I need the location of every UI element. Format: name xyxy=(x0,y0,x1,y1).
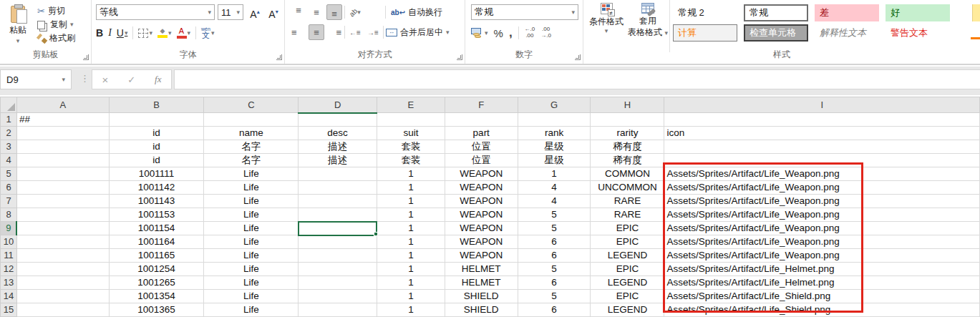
align-middle-button[interactable]: ≡ xyxy=(309,4,324,20)
cell-F12[interactable]: HELMET xyxy=(445,263,518,276)
cell-B6[interactable]: 1001142 xyxy=(109,181,204,195)
cell-F13[interactable]: HELMET xyxy=(445,276,518,290)
cell-F4[interactable]: 位置 xyxy=(445,154,518,167)
cell-E4[interactable]: 套装 xyxy=(377,154,445,167)
cell-G6[interactable]: 4 xyxy=(518,181,591,195)
decrease-font-size-button[interactable]: A▾ xyxy=(265,4,282,20)
cell-B12[interactable]: 1001254 xyxy=(109,263,204,276)
underline-button[interactable]: U ▾ xyxy=(117,27,128,39)
cell-B7[interactable]: 1001143 xyxy=(109,195,204,208)
font-color-button[interactable]: A ▾ xyxy=(177,27,191,39)
cell-F1[interactable] xyxy=(445,113,518,127)
cell-G12[interactable]: 5 xyxy=(518,263,591,276)
cell-C13[interactable]: Life xyxy=(204,276,299,290)
cell-I1[interactable] xyxy=(664,113,980,127)
cell-F14[interactable]: SHIELD xyxy=(445,290,518,303)
comma-style-button[interactable]: , xyxy=(509,26,513,40)
column-header-F[interactable]: F xyxy=(445,97,518,113)
cell-B3[interactable]: id xyxy=(109,140,204,154)
row-header-15[interactable]: 15 xyxy=(1,303,17,317)
cell-F10[interactable]: WEAPON xyxy=(445,235,518,249)
cell-D5[interactable] xyxy=(299,167,377,181)
cell-G5[interactable]: 1 xyxy=(518,167,591,181)
cell-B11[interactable]: 1001165 xyxy=(109,249,204,263)
row-header-5[interactable]: 5 xyxy=(1,167,17,181)
cell-E14[interactable]: 1 xyxy=(377,290,445,303)
cell-E7[interactable]: 1 xyxy=(377,195,445,208)
cell-H10[interactable]: EPIC xyxy=(591,235,664,249)
cell-G10[interactable]: 6 xyxy=(518,235,591,249)
cell-C1[interactable] xyxy=(204,113,299,127)
cell-G3[interactable]: 星级 xyxy=(518,140,591,154)
cancel-button[interactable]: × xyxy=(102,74,108,86)
cell-B8[interactable]: 1001153 xyxy=(109,208,204,222)
cell-H7[interactable]: RARE xyxy=(591,195,664,208)
cell-I3[interactable] xyxy=(664,140,980,154)
cell-I14[interactable]: Assets/Sprites/Artifact/Life_Shield.png xyxy=(664,290,980,303)
cell-C6[interactable]: Life xyxy=(204,181,299,195)
cell-H12[interactable]: EPIC xyxy=(591,263,664,276)
name-box[interactable]: D9 ▾ xyxy=(0,69,72,89)
cell-F15[interactable]: SHIELD xyxy=(445,303,518,317)
phonetic-guide-button[interactable]: wén 文 ▾ xyxy=(201,26,214,39)
number-dialog-launcher-icon[interactable] xyxy=(575,54,581,60)
cell-A10[interactable] xyxy=(16,235,109,249)
cell-I7[interactable]: Assets/Sprites/Artifact/Life_Weapon.png xyxy=(664,195,980,208)
cell-E3[interactable]: 套装 xyxy=(377,140,445,154)
style-chip-7[interactable]: 警告文本 xyxy=(886,24,950,42)
cell-B9[interactable]: 1001154 xyxy=(109,222,204,235)
wrap-text-button[interactable]: ab↩ 自动换行 xyxy=(391,6,442,19)
align-bottom-button[interactable]: ≡ xyxy=(326,4,342,20)
cell-F11[interactable]: WEAPON xyxy=(445,249,518,263)
row-header-7[interactable]: 7 xyxy=(1,195,17,208)
cell-D4[interactable]: 描述 xyxy=(299,154,377,167)
cell-B1[interactable] xyxy=(109,113,204,127)
clipboard-dialog-launcher-icon[interactable] xyxy=(83,54,89,60)
cell-C12[interactable]: Life xyxy=(204,263,299,276)
select-all-corner[interactable] xyxy=(1,97,17,113)
number-format-combobox[interactable]: 常规 ▾ xyxy=(471,4,578,20)
column-header-B[interactable]: B xyxy=(109,97,204,113)
cell-D11[interactable] xyxy=(299,249,377,263)
cell-I6[interactable]: Assets/Sprites/Artifact/Life_Weapon.png xyxy=(664,181,980,195)
cell-B13[interactable]: 1001265 xyxy=(109,276,204,290)
cell-I15[interactable]: Assets/Sprites/Artifact/Life_Shield.png xyxy=(664,303,980,317)
copy-button[interactable]: 复制 ▾ xyxy=(36,18,89,31)
format-as-table-button[interactable]: 套用 表格格式 ▾ xyxy=(628,3,668,38)
row-header-8[interactable]: 8 xyxy=(1,208,17,222)
cell-F8[interactable]: WEAPON xyxy=(445,208,518,222)
increase-font-size-button[interactable]: A▴ xyxy=(246,4,263,20)
cell-B5[interactable]: 1001111 xyxy=(109,167,204,181)
cell-I8[interactable]: Assets/Sprites/Artifact/Life_Weapon.png xyxy=(664,208,980,222)
cell-C3[interactable]: 名字 xyxy=(204,140,299,154)
cell-A2[interactable] xyxy=(16,127,109,140)
cell-G1[interactable] xyxy=(518,113,591,127)
cell-D7[interactable] xyxy=(299,195,377,208)
cell-H6[interactable]: UNCOMMON xyxy=(591,181,664,195)
cell-A1[interactable]: ## xyxy=(16,113,109,127)
cell-H1[interactable] xyxy=(591,113,664,127)
cell-G15[interactable]: 6 xyxy=(518,303,591,317)
cell-I4[interactable] xyxy=(664,154,980,167)
cell-F7[interactable]: WEAPON xyxy=(445,195,518,208)
cell-I11[interactable]: Assets/Sprites/Artifact/Life_Weapon.png xyxy=(664,249,980,263)
cell-G4[interactable]: 星级 xyxy=(518,154,591,167)
percent-style-button[interactable]: % xyxy=(494,27,503,39)
cell-A4[interactable] xyxy=(16,154,109,167)
cell-A13[interactable] xyxy=(16,276,109,290)
row-header-12[interactable]: 12 xyxy=(1,263,17,276)
cell-G9[interactable]: 5 xyxy=(518,222,591,235)
cell-E12[interactable]: 1 xyxy=(377,263,445,276)
italic-button[interactable]: I xyxy=(108,27,112,39)
cell-A8[interactable] xyxy=(16,208,109,222)
row-header-10[interactable]: 10 xyxy=(1,235,17,249)
cell-G2[interactable]: rank xyxy=(518,127,591,140)
column-header-H[interactable]: H xyxy=(591,97,664,113)
cell-I9[interactable]: Assets/Sprites/Artifact/Life_Weapon.png xyxy=(664,222,980,235)
row-header-11[interactable]: 11 xyxy=(1,249,17,263)
cell-A7[interactable] xyxy=(16,195,109,208)
font-size-combobox[interactable]: 11 ▾ xyxy=(218,4,243,20)
style-chip-4[interactable]: 计算 xyxy=(673,24,737,42)
cell-C10[interactable]: Life xyxy=(204,235,299,249)
cell-C4[interactable]: 名字 xyxy=(204,154,299,167)
